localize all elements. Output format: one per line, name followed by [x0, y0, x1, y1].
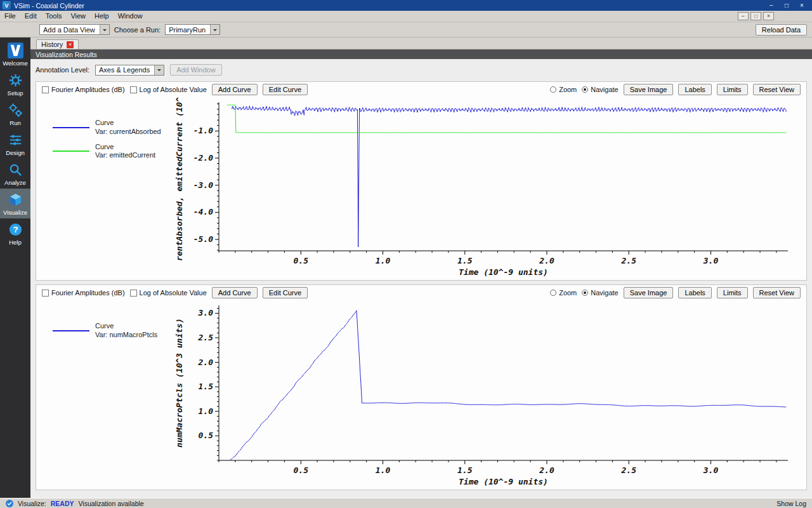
toolbar: Add a Data View Choose a Run: PrimaryRun… — [0, 22, 812, 37]
menu-tools[interactable]: Tools — [41, 11, 67, 22]
svg-text:3.0: 3.0 — [198, 308, 214, 318]
choose-run-label: Choose a Run: — [114, 26, 160, 34]
legend-line-swatch — [53, 330, 89, 331]
checkbox-icon — [130, 290, 137, 297]
log-absolute-checkbox[interactable]: Log of Absolute Value — [130, 86, 207, 93]
minimize-icon[interactable]: − — [764, 1, 779, 11]
add-curve-button[interactable]: Add Curve — [212, 84, 258, 95]
add-data-view-value: Add a Data View — [43, 26, 95, 34]
svg-text:-4.0: -4.0 — [193, 207, 213, 217]
svg-text:0.5: 0.5 — [294, 465, 309, 475]
show-log-button[interactable]: Show Log — [776, 500, 806, 507]
window-title: VSim - Coaxial Cylinder — [14, 2, 84, 10]
svg-text:1.5: 1.5 — [457, 465, 473, 475]
svg-text:Time (10^-9 units): Time (10^-9 units) — [459, 267, 548, 277]
svg-text:2.0: 2.0 — [539, 256, 554, 265]
checkbox-icon — [42, 86, 49, 93]
magnifier-icon — [8, 162, 23, 178]
menu-window[interactable]: Window — [114, 11, 147, 22]
annotation-level-value: Axes & Legends — [99, 66, 150, 74]
svg-text:2.0: 2.0 — [539, 465, 554, 475]
navigate-radio[interactable]: Navigate — [582, 289, 618, 297]
close-icon[interactable]: × — [794, 1, 809, 11]
chart-legend: Curve Var: currentAbsorbed Curve Var: em… — [36, 97, 173, 280]
maximize-icon[interactable]: □ — [779, 1, 794, 11]
sidebar-item-run[interactable]: Run — [0, 99, 30, 129]
add-curve-button[interactable]: Add Curve — [212, 287, 258, 298]
annotation-level-select[interactable]: Axes & Legends — [95, 65, 164, 76]
svg-text:2.0: 2.0 — [198, 358, 214, 367]
menu-file[interactable]: File — [0, 11, 20, 22]
labels-button[interactable]: Labels — [678, 287, 711, 298]
menu-bar: File Edit Tools View Help Window − □ × — [0, 11, 812, 22]
status-bar: Visualize: READY Visualization available… — [0, 498, 812, 508]
visualization-panel: Annotation Level: Axes & Legends Add Win… — [30, 59, 812, 498]
vsim-logo-icon — [8, 43, 23, 58]
tab-close-icon[interactable]: × — [67, 41, 74, 48]
svg-text:0.5: 0.5 — [199, 431, 214, 440]
svg-text:2.5: 2.5 — [621, 465, 637, 475]
svg-text:1.0: 1.0 — [376, 465, 391, 475]
reset-view-button[interactable]: Reset View — [753, 287, 801, 298]
limits-button[interactable]: Limits — [717, 287, 748, 298]
svg-text:0.5: 0.5 — [294, 256, 309, 265]
currents-plot[interactable]: 0.51.01.52.02.53.0-5.0-4.0-3.0-2.0-1.0Ti… — [173, 97, 792, 280]
mdi-minimize-icon[interactable]: − — [738, 12, 749, 20]
mdi-close-icon[interactable]: × — [763, 12, 774, 20]
tab-history[interactable]: History × — [36, 39, 79, 49]
svg-text:Time (10^-9 units): Time (10^-9 units) — [459, 477, 548, 486]
zoom-radio[interactable]: Zoom — [550, 289, 577, 297]
chart-section-macroparticles: Fourier Amplitudes (dB) Log of Absolute … — [36, 284, 807, 490]
fourier-amplitudes-checkbox[interactable]: Fourier Amplitudes (dB) — [42, 289, 125, 297]
svg-text:1.0: 1.0 — [199, 406, 214, 416]
macroparticles-plot[interactable]: 0.51.01.52.02.53.00.51.01.52.02.53.0Time… — [173, 300, 792, 490]
gears-icon — [8, 102, 23, 118]
menu-help[interactable]: Help — [90, 11, 114, 22]
log-absolute-checkbox[interactable]: Log of Absolute Value — [130, 289, 207, 297]
sidebar-item-analyze[interactable]: Analyze — [0, 159, 30, 189]
run-select-value: PrimaryRun — [169, 26, 206, 34]
radio-icon — [550, 86, 556, 93]
save-image-button[interactable]: Save Image — [624, 287, 674, 298]
run-select[interactable]: PrimaryRun — [165, 24, 220, 35]
sidebar: Welcome Setup Run Design Analyze Visuali… — [0, 37, 30, 498]
mdi-restore-icon[interactable]: □ — [750, 12, 761, 20]
reset-view-button[interactable]: Reset View — [753, 84, 801, 95]
svg-text:numMacroPtcls (10^3 units): numMacroPtcls (10^3 units) — [174, 318, 184, 448]
save-image-button[interactable]: Save Image — [624, 84, 674, 95]
cube-icon — [8, 192, 23, 208]
chevron-down-icon — [100, 25, 109, 34]
main-area: Welcome Setup Run Design Analyze Visuali… — [0, 37, 812, 498]
add-window-button: Add Window — [170, 64, 222, 76]
radio-selected-icon — [582, 86, 588, 93]
legend-entry: Curve Var: numMacroPtcls — [53, 322, 173, 340]
menu-view[interactable]: View — [66, 11, 90, 22]
sidebar-item-welcome[interactable]: Welcome — [0, 39, 30, 69]
add-data-view-select[interactable]: Add a Data View — [39, 24, 110, 35]
svg-text:-3.0: -3.0 — [193, 180, 213, 190]
svg-text:1.0: 1.0 — [376, 256, 391, 265]
limits-button[interactable]: Limits — [717, 84, 748, 95]
zoom-radio[interactable]: Zoom — [550, 86, 577, 93]
sidebar-item-help[interactable]: ? Help — [0, 218, 30, 248]
navigate-radio[interactable]: Navigate — [582, 86, 618, 93]
labels-button[interactable]: Labels — [678, 84, 711, 95]
edit-curve-button[interactable]: Edit Curve — [263, 287, 308, 298]
svg-text:2.5: 2.5 — [621, 256, 637, 265]
series-numMacroPtcls — [230, 311, 786, 460]
menu-edit[interactable]: Edit — [20, 11, 41, 22]
sidebar-item-design[interactable]: Design — [0, 129, 30, 159]
svg-text:?: ? — [13, 225, 18, 234]
edit-curve-button[interactable]: Edit Curve — [263, 84, 308, 95]
reload-data-button[interactable]: Reload Data — [756, 24, 807, 36]
chart-legend: Curve Var: numMacroPtcls — [36, 300, 173, 490]
svg-text:2.5: 2.5 — [198, 333, 214, 342]
status-message: Visualization available — [79, 500, 144, 507]
sidebar-item-setup[interactable]: Setup — [0, 69, 30, 99]
chart-section-currents: Fourier Amplitudes (dB) Log of Absolute … — [36, 81, 807, 281]
chevron-down-icon — [210, 25, 219, 34]
sidebar-item-visualize[interactable]: Visualize — [0, 189, 30, 218]
fourier-amplitudes-checkbox[interactable]: Fourier Amplitudes (dB) — [42, 86, 125, 93]
vsim-logo-icon: V — [3, 1, 11, 10]
checkbox-icon — [42, 290, 49, 297]
